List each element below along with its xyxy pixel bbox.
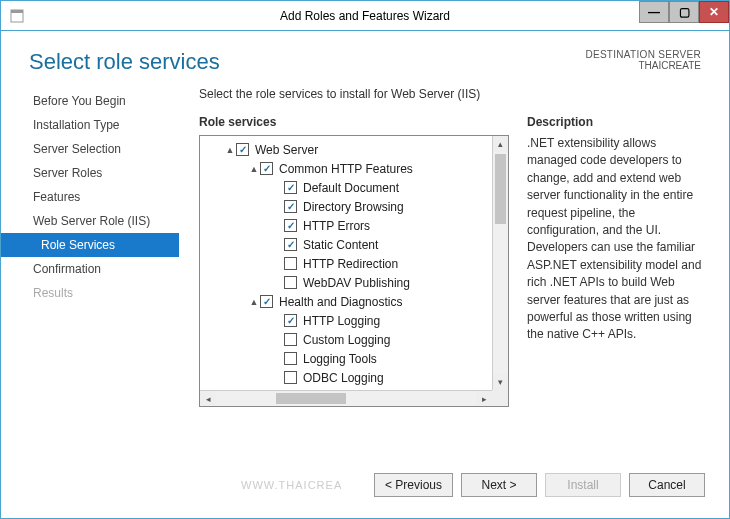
expander-icon[interactable]: ▲ xyxy=(248,164,260,174)
close-button[interactable]: ✕ xyxy=(699,1,729,23)
sidebar-item-server-roles[interactable]: Server Roles xyxy=(1,161,179,185)
install-button[interactable]: Install xyxy=(545,473,621,497)
checkbox[interactable] xyxy=(236,143,249,156)
svg-rect-1 xyxy=(11,10,23,13)
tree-item-label: Health and Diagnostics xyxy=(279,295,402,309)
tree-item-label: Web Server xyxy=(255,143,318,157)
tree-item-web-server[interactable]: ▲Web Server xyxy=(200,140,492,159)
role-services-tree: ▲Web Server▲Common HTTP FeaturesDefault … xyxy=(199,135,509,407)
titlebar: Add Roles and Features Wizard — ▢ ✕ xyxy=(1,1,729,31)
tree-item-label: Custom Logging xyxy=(303,333,390,347)
minimize-button[interactable]: — xyxy=(639,1,669,23)
sidebar-item-installation-type[interactable]: Installation Type xyxy=(1,113,179,137)
sidebar-item-confirmation[interactable]: Confirmation xyxy=(1,257,179,281)
tree-item-static-content[interactable]: Static Content xyxy=(200,235,492,254)
scroll-up-button[interactable]: ▴ xyxy=(493,136,508,152)
tree-item-common-http-features[interactable]: ▲Common HTTP Features xyxy=(200,159,492,178)
description-text: .NET extensibility allows managed code d… xyxy=(527,135,705,344)
wizard-sidebar: Before You BeginInstallation TypeServer … xyxy=(1,83,179,453)
scroll-right-button[interactable]: ▸ xyxy=(476,391,492,406)
checkbox[interactable] xyxy=(284,181,297,194)
tree-item-health-and-diagnostics[interactable]: ▲Health and Diagnostics xyxy=(200,292,492,311)
destination-label: DESTINATION SERVER xyxy=(585,49,701,60)
right-panel: Select the role services to install for … xyxy=(179,83,705,453)
scroll-down-button[interactable]: ▾ xyxy=(493,374,508,390)
tree-item-http-redirection[interactable]: HTTP Redirection xyxy=(200,254,492,273)
hscroll-thumb[interactable] xyxy=(276,393,346,404)
instruction-text: Select the role services to install for … xyxy=(199,83,705,115)
expander-icon[interactable]: ▲ xyxy=(224,145,236,155)
window-controls: — ▢ ✕ xyxy=(639,1,729,30)
page-title: Select role services xyxy=(29,49,220,75)
tree-item-label: HTTP Redirection xyxy=(303,257,398,271)
tree-item-label: HTTP Errors xyxy=(303,219,370,233)
tree-item-label: Common HTTP Features xyxy=(279,162,413,176)
checkbox[interactable] xyxy=(284,200,297,213)
tree-item-label: HTTP Logging xyxy=(303,314,380,328)
next-button[interactable]: Next > xyxy=(461,473,537,497)
tree-column: Role services ▲Web Server▲Common HTTP Fe… xyxy=(199,115,509,453)
checkbox[interactable] xyxy=(284,314,297,327)
app-icon xyxy=(9,8,25,24)
checkbox[interactable] xyxy=(284,371,297,384)
tree-item-custom-logging[interactable]: Custom Logging xyxy=(200,330,492,349)
window-title: Add Roles and Features Wizard xyxy=(280,9,450,23)
tree-item-label: Logging Tools xyxy=(303,352,377,366)
sidebar-item-features[interactable]: Features xyxy=(1,185,179,209)
checkbox[interactable] xyxy=(284,238,297,251)
checkbox[interactable] xyxy=(284,333,297,346)
description-heading: Description xyxy=(527,115,705,129)
description-column: Description .NET extensibility allows ma… xyxy=(527,115,705,453)
tree-item-label: Directory Browsing xyxy=(303,200,404,214)
tree-item-webdav-publishing[interactable]: WebDAV Publishing xyxy=(200,273,492,292)
button-bar: WWW.THAICREA < Previous Next > Install C… xyxy=(1,453,729,497)
columns: Role services ▲Web Server▲Common HTTP Fe… xyxy=(199,115,705,453)
tree-item-label: Default Document xyxy=(303,181,399,195)
checkbox[interactable] xyxy=(284,352,297,365)
scroll-left-button[interactable]: ◂ xyxy=(200,391,216,406)
tree-scroll-area[interactable]: ▲Web Server▲Common HTTP FeaturesDefault … xyxy=(200,136,492,390)
scroll-thumb[interactable] xyxy=(495,154,506,224)
scroll-track[interactable] xyxy=(493,152,508,374)
tree-item-default-document[interactable]: Default Document xyxy=(200,178,492,197)
tree-item-label: ODBC Logging xyxy=(303,371,384,385)
tree-item-logging-tools[interactable]: Logging Tools xyxy=(200,349,492,368)
tree-item-odbc-logging[interactable]: ODBC Logging xyxy=(200,368,492,387)
main-area: Before You BeginInstallation TypeServer … xyxy=(1,83,729,453)
sidebar-item-before-you-begin[interactable]: Before You Begin xyxy=(1,89,179,113)
checkbox[interactable] xyxy=(260,162,273,175)
sidebar-item-role-services[interactable]: Role Services xyxy=(1,233,179,257)
checkbox[interactable] xyxy=(284,219,297,232)
destination-name: THAICREATE xyxy=(585,60,701,71)
expander-icon[interactable]: ▲ xyxy=(248,297,260,307)
hscroll-track[interactable] xyxy=(216,391,476,406)
previous-button[interactable]: < Previous xyxy=(374,473,453,497)
checkbox[interactable] xyxy=(260,295,273,308)
checkbox[interactable] xyxy=(284,257,297,270)
cancel-button[interactable]: Cancel xyxy=(629,473,705,497)
sidebar-item-server-selection[interactable]: Server Selection xyxy=(1,137,179,161)
maximize-button[interactable]: ▢ xyxy=(669,1,699,23)
watermark: WWW.THAICREA xyxy=(1,479,342,491)
sidebar-item-web-server-role-iis-[interactable]: Web Server Role (IIS) xyxy=(1,209,179,233)
scroll-corner xyxy=(492,390,508,406)
destination-block: DESTINATION SERVER THAICREATE xyxy=(585,49,701,71)
tree-heading: Role services xyxy=(199,115,509,129)
sidebar-item-results: Results xyxy=(1,281,179,305)
tree-item-http-logging[interactable]: HTTP Logging xyxy=(200,311,492,330)
vertical-scrollbar[interactable]: ▴ ▾ xyxy=(492,136,508,390)
tree-item-http-errors[interactable]: HTTP Errors xyxy=(200,216,492,235)
tree-item-directory-browsing[interactable]: Directory Browsing xyxy=(200,197,492,216)
checkbox[interactable] xyxy=(284,276,297,289)
tree-item-label: Static Content xyxy=(303,238,378,252)
content-header: Select role services DESTINATION SERVER … xyxy=(1,31,729,83)
horizontal-scrollbar[interactable]: ◂ ▸ xyxy=(200,390,492,406)
tree-item-label: WebDAV Publishing xyxy=(303,276,410,290)
